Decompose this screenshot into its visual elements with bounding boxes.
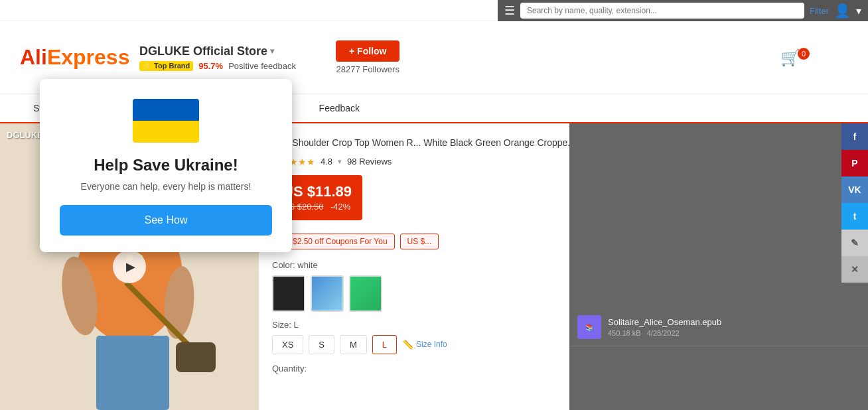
color-swatch-green[interactable] [349, 275, 382, 312]
search-panel: ☰ Filter 👤 ▾ [498, 0, 868, 21]
color-swatch-blue[interactable] [311, 275, 344, 312]
follow-button[interactable]: + Follow [336, 40, 399, 62]
close-button[interactable]: ✕ [841, 256, 868, 283]
ukraine-popup: Help Save Ukraine! Everyone can help, ev… [40, 79, 292, 252]
followers-text: 28277 Followers [336, 64, 399, 74]
popup-subtitle: Everyone can help, every help is matters… [60, 181, 272, 192]
svg-rect-5 [96, 336, 169, 410]
size-l[interactable]: L [372, 335, 397, 354]
popup-title: Help Save Ukraine! [60, 156, 272, 174]
play-button[interactable] [113, 250, 146, 283]
store-name[interactable]: DGLUKE Official Store [139, 44, 296, 58]
ukraine-flag [133, 99, 199, 143]
nav-feedback[interactable]: Feedback [306, 94, 373, 123]
size-info-link[interactable]: Size Info [416, 340, 447, 349]
size-s[interactable]: S [309, 335, 334, 354]
logo-text: AliExpress [20, 45, 129, 69]
top-brand-badge: ⭐ Top Brand [139, 61, 193, 71]
edit-button[interactable]: ✎ [841, 230, 868, 256]
hamburger-button[interactable]: ☰ [504, 3, 515, 18]
pinterest-button[interactable]: P [841, 150, 868, 176]
store-info: DGLUKE Official Store ⭐ Top Brand 95.7% … [139, 44, 296, 71]
positive-feedback-pct: 95.7% [198, 61, 223, 71]
quantity-label: Quantity: [272, 364, 307, 374]
social-sidebar: f P VK t ✎ ✕ [841, 123, 868, 283]
aliexpress-logo: AliExpress [20, 45, 119, 70]
positive-feedback-label: Positive feedback [228, 61, 296, 71]
flag-blue [133, 99, 199, 121]
color-swatch-black[interactable] [272, 275, 305, 312]
file-item-2[interactable]: 📚 Solitaire_Alice_Oseman.epub 450.18 kB … [569, 308, 868, 346]
ruler-icon: 📏 [402, 339, 413, 350]
vk-button[interactable]: VK [841, 176, 868, 203]
twitter-button[interactable]: t [841, 203, 868, 230]
popup-spacer [569, 123, 868, 308]
see-how-button[interactable]: See How [60, 205, 272, 236]
store-meta: ⭐ Top Brand 95.7% Positive feedback [139, 61, 296, 71]
svg-rect-10 [176, 342, 216, 372]
size-m[interactable]: M [340, 335, 367, 354]
reviews-link[interactable]: 98 Reviews [347, 157, 392, 167]
user-icon: 👤 [834, 3, 851, 19]
facebook-button[interactable]: f [841, 123, 868, 150]
cart-icon-area[interactable]: 🛒 0 [780, 48, 815, 67]
file-name-2: Solitaire_Alice_Oseman.epub [608, 317, 860, 327]
rating-arrow-icon: ▾ [338, 157, 342, 166]
coupon-tag-2[interactable]: US $... [400, 234, 439, 249]
size-xs[interactable]: XS [272, 335, 303, 354]
file-meta-2: 450.18 kB 4/28/2022 [608, 329, 860, 337]
flag-yellow [133, 121, 199, 143]
price-row: US $20.50 -42% [283, 200, 352, 212]
discount-pct: -42% [330, 202, 350, 212]
search-input[interactable] [520, 3, 804, 19]
rating-number: 4.8 [321, 157, 332, 167]
current-price: US $11.89 [283, 183, 352, 200]
follow-section: + Follow 28277 Followers [336, 40, 399, 74]
size-info-wrapper: 📏 Size Info [402, 335, 447, 354]
file-icon-epub: 📚 [577, 315, 601, 339]
file-browser-panel: IMG 6.jpg 254.74 kB 4/28/2022 📚 Solitair… [569, 123, 868, 410]
file-list: IMG 6.jpg 254.74 kB 4/28/2022 📚 Solitair… [569, 123, 868, 410]
chevron-down-icon: ▾ [856, 5, 861, 17]
filter-button[interactable]: Filter [810, 6, 829, 16]
file-details-2: Solitaire_Alice_Oseman.epub 450.18 kB 4/… [608, 317, 860, 337]
